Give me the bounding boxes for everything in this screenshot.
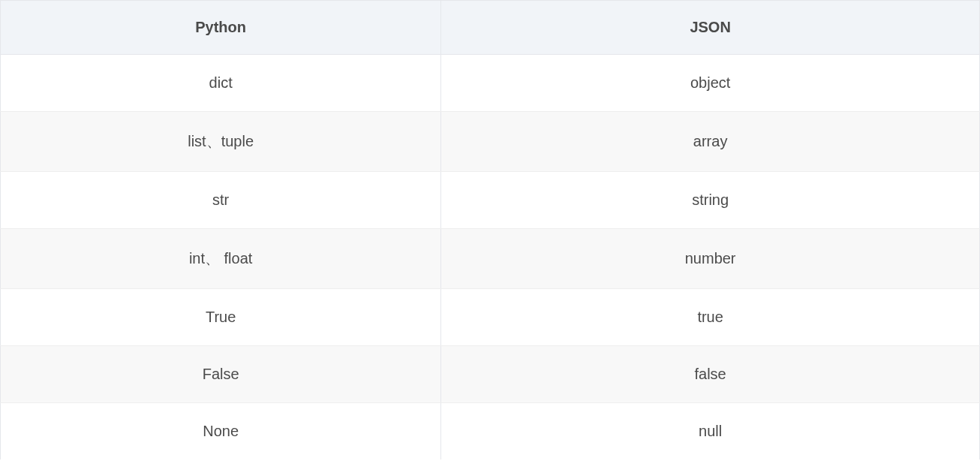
cell-python: True: [1, 289, 441, 346]
table-row: None null: [1, 403, 980, 460]
cell-python: str: [1, 172, 441, 229]
cell-json: number: [441, 229, 980, 289]
python-json-mapping-table: Python JSON dict object list、tuple array…: [0, 0, 980, 459]
cell-json: object: [441, 55, 980, 112]
cell-json: false: [441, 346, 980, 403]
table-header-python: Python: [1, 1, 441, 55]
cell-python: False: [1, 346, 441, 403]
cell-json: string: [441, 172, 980, 229]
cell-json: true: [441, 289, 980, 346]
table-row: str string: [1, 172, 980, 229]
table-header-json: JSON: [441, 1, 980, 55]
table-row: int、 float number: [1, 229, 980, 289]
cell-python: dict: [1, 55, 441, 112]
cell-json: null: [441, 403, 980, 460]
cell-python: list、tuple: [1, 112, 441, 172]
table-row: dict object: [1, 55, 980, 112]
table-row: False false: [1, 346, 980, 403]
cell-python: None: [1, 403, 441, 460]
cell-python: int、 float: [1, 229, 441, 289]
table-row: True true: [1, 289, 980, 346]
table-row: list、tuple array: [1, 112, 980, 172]
cell-json: array: [441, 112, 980, 172]
